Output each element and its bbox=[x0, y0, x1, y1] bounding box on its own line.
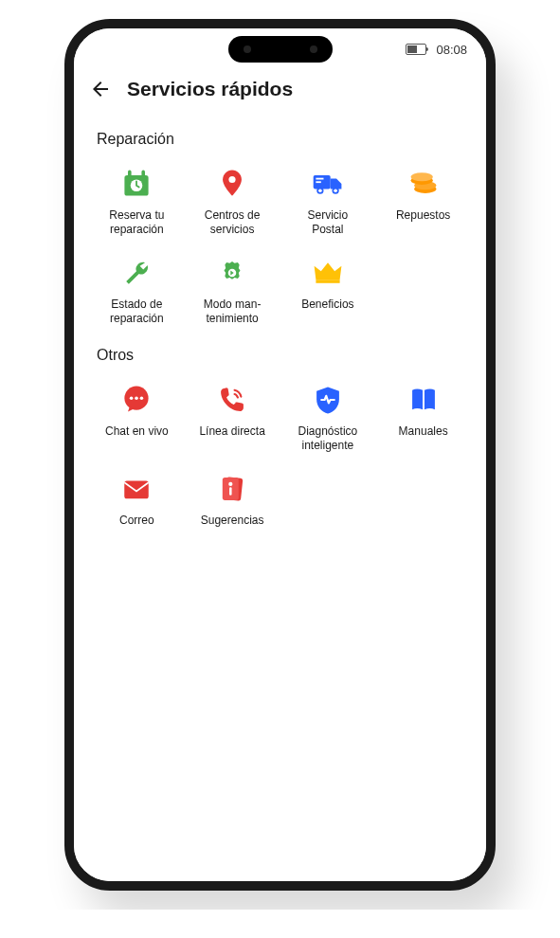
repair-grid: Reserva tu reparación Centros de servici… bbox=[89, 165, 471, 334]
crown-icon bbox=[309, 254, 347, 292]
feedback-cards-icon bbox=[213, 470, 251, 508]
tile-label: Sugerencias bbox=[201, 514, 264, 528]
tile-label: Estado de reparación bbox=[110, 298, 164, 326]
service-centers-tile[interactable]: Centros de servicios bbox=[185, 165, 280, 237]
hotline-tile[interactable]: Línea directa bbox=[185, 381, 280, 453]
battery-icon bbox=[406, 44, 428, 55]
svg-point-20 bbox=[135, 396, 139, 400]
header: Servicios rápidos bbox=[89, 72, 471, 117]
svg-point-26 bbox=[228, 482, 232, 486]
email-tile[interactable]: Correo bbox=[89, 470, 185, 528]
svg-point-9 bbox=[318, 189, 322, 192]
svg-rect-1 bbox=[128, 171, 132, 177]
tile-label: Diagnóstico inteligente bbox=[298, 424, 358, 453]
manuals-tile[interactable]: Manuales bbox=[375, 381, 471, 453]
book-icon bbox=[405, 381, 443, 419]
suggestions-tile[interactable]: Sugerencias bbox=[185, 470, 280, 528]
maintenance-mode-tile[interactable]: Modo man- tenimiento bbox=[185, 254, 280, 326]
repair-status-tile[interactable]: Estado de reparación bbox=[89, 254, 185, 326]
benefits-tile[interactable]: Beneficios bbox=[280, 254, 376, 326]
tile-label: Servicio Postal bbox=[308, 208, 349, 237]
svg-point-4 bbox=[229, 176, 236, 183]
svg-rect-17 bbox=[316, 280, 339, 283]
tile-label: Repuestos bbox=[396, 208, 450, 223]
svg-point-15 bbox=[410, 172, 432, 181]
svg-rect-23 bbox=[125, 481, 150, 499]
svg-rect-7 bbox=[316, 181, 320, 183]
coins-icon bbox=[405, 165, 443, 203]
truck-icon bbox=[309, 165, 347, 203]
statusbar-time: 08:08 bbox=[436, 43, 467, 57]
postal-service-tile[interactable]: Servicio Postal bbox=[280, 165, 376, 237]
wrench-icon bbox=[117, 254, 155, 292]
svg-point-21 bbox=[140, 396, 144, 400]
svg-rect-2 bbox=[142, 171, 146, 177]
tile-label: Centros de servicios bbox=[205, 208, 261, 237]
mail-icon bbox=[117, 470, 155, 508]
location-pin-icon bbox=[213, 165, 251, 203]
tile-label: Correo bbox=[119, 514, 154, 528]
shield-pulse-icon bbox=[309, 381, 347, 419]
svg-rect-27 bbox=[229, 487, 232, 496]
tile-label: Beneficios bbox=[301, 298, 353, 312]
tile-label: Manuales bbox=[399, 424, 448, 439]
section-title-others: Otros bbox=[89, 334, 471, 381]
chat-bubble-icon bbox=[117, 381, 155, 419]
back-button[interactable] bbox=[89, 78, 112, 100]
others-grid: Chat en vivo Línea directa bbox=[89, 381, 471, 535]
page-title: Servicios rápidos bbox=[127, 78, 293, 100]
svg-rect-6 bbox=[316, 178, 323, 180]
tile-label: Reserva tu reparación bbox=[109, 208, 164, 237]
tile-label: Línea directa bbox=[199, 424, 264, 439]
svg-point-19 bbox=[130, 396, 134, 400]
tile-label: Modo man- tenimiento bbox=[204, 298, 262, 326]
gear-icon bbox=[213, 254, 251, 292]
section-title-repair: Reparación bbox=[89, 117, 471, 165]
live-chat-tile[interactable]: Chat en vivo bbox=[89, 381, 185, 453]
tile-label: Chat en vivo bbox=[105, 424, 169, 439]
smart-diagnosis-tile[interactable]: Diagnóstico inteligente bbox=[280, 381, 376, 453]
calendar-clock-icon bbox=[117, 165, 155, 203]
phone-icon bbox=[213, 381, 251, 419]
spare-parts-tile[interactable]: Repuestos bbox=[375, 165, 471, 237]
svg-rect-22 bbox=[423, 390, 425, 409]
reserve-repair-tile[interactable]: Reserva tu reparación bbox=[89, 165, 185, 237]
svg-point-11 bbox=[334, 189, 337, 192]
